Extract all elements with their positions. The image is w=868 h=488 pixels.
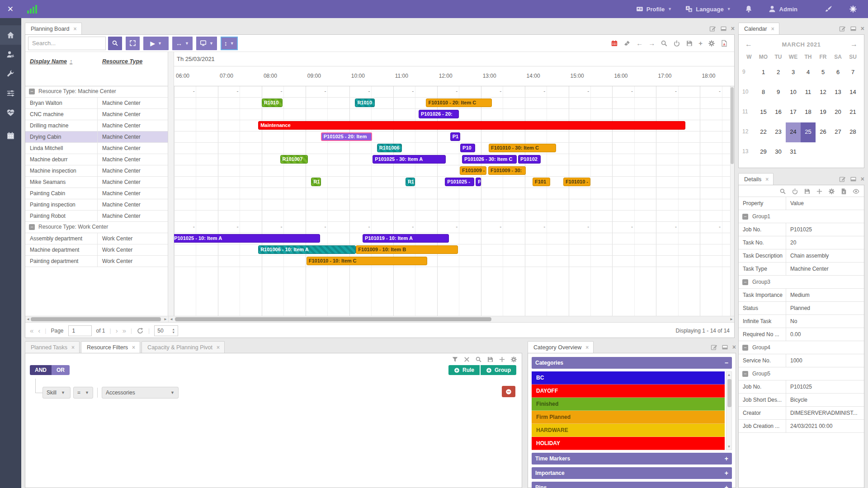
- task-bar[interactable]: R101007: [280, 155, 308, 164]
- gear-icon[interactable]: [510, 356, 517, 363]
- play-button[interactable]: ▶▼: [143, 37, 169, 50]
- value-column-header[interactable]: Value: [786, 197, 864, 210]
- sidebar-item-heart-pulse[interactable]: [0, 103, 21, 122]
- calendar-day[interactable]: 31: [786, 142, 801, 162]
- and-option[interactable]: AND: [30, 365, 52, 375]
- close-panel-icon[interactable]: ×: [861, 175, 864, 183]
- gantt-h-scrollbar[interactable]: ◄►: [168, 316, 734, 322]
- resource-row[interactable]: CNC machineMachine Center: [25, 109, 168, 120]
- floppy-icon[interactable]: [487, 356, 494, 363]
- group-row[interactable]: −Resource Type: Work Center: [25, 222, 168, 233]
- close-icon[interactable]: ×: [132, 344, 135, 351]
- power-icon[interactable]: [792, 188, 798, 195]
- power-icon[interactable]: [673, 40, 680, 47]
- close-icon[interactable]: ×: [217, 344, 220, 351]
- magnifier-icon[interactable]: [475, 356, 482, 363]
- task-bar[interactable]: R1010: [262, 99, 283, 107]
- calendar-day[interactable]: 13: [830, 83, 845, 103]
- calendar-day[interactable]: 4: [801, 63, 816, 83]
- maximize-panel-icon[interactable]: [850, 176, 857, 183]
- plus-icon[interactable]: [816, 188, 823, 195]
- first-page-icon[interactable]: «: [30, 327, 33, 334]
- gantt-vertical-scrollbar[interactable]: [730, 86, 734, 316]
- calendar-day[interactable]: 28: [845, 122, 860, 142]
- task-bar[interactable]: F101: [533, 178, 550, 186]
- calendar-day[interactable]: 15: [756, 103, 771, 122]
- prev-month-icon[interactable]: ←: [742, 40, 755, 48]
- last-page-icon[interactable]: »: [123, 327, 126, 334]
- task-bar[interactable]: F101010 - 20: Item C: [426, 99, 491, 107]
- task-bar[interactable]: P1: [450, 132, 460, 141]
- eye-icon[interactable]: [853, 188, 859, 195]
- splitter[interactable]: [168, 52, 174, 316]
- and-or-toggle[interactable]: AND OR: [30, 365, 70, 375]
- app-close-icon[interactable]: ×: [0, 3, 21, 15]
- column-header-resource-type[interactable]: Resource Type: [98, 52, 142, 86]
- expand-icon[interactable]: +: [725, 455, 728, 462]
- property-column-header[interactable]: Property: [739, 197, 786, 210]
- category-item[interactable]: HARDWARE: [532, 424, 725, 437]
- next-month-icon[interactable]: →: [848, 40, 860, 48]
- profile-menu[interactable]: Profile ▼: [636, 5, 672, 13]
- resource-row[interactable]: Machine inspectionMachine Center: [25, 165, 168, 177]
- calendar-day[interactable]: 2: [771, 63, 786, 83]
- arrow-left-icon[interactable]: ←: [636, 39, 643, 47]
- tab-resource-filters[interactable]: Resource Filters×: [81, 341, 140, 353]
- task-bar[interactable]: P101026 - 30: Item C: [462, 155, 517, 164]
- task-bar[interactable]: P101025 -: [445, 178, 474, 186]
- collapse-icon[interactable]: −: [742, 214, 748, 220]
- details-group-row[interactable]: −Group5: [739, 367, 864, 380]
- details-group-row[interactable]: −Group4: [739, 341, 864, 354]
- calendar-day[interactable]: 29: [756, 142, 771, 162]
- calendar-day[interactable]: 14: [845, 83, 860, 103]
- tab-category-overview[interactable]: Category Overview ×: [528, 341, 594, 353]
- calendar-day[interactable]: 24: [786, 122, 801, 142]
- category-item[interactable]: HOLIDAY: [532, 437, 725, 450]
- sidebar-item-wrench[interactable]: [0, 64, 21, 84]
- task-bar[interactable]: R101006: [377, 144, 402, 152]
- close-panel-icon[interactable]: ×: [732, 343, 736, 351]
- language-menu[interactable]: A★ Language ▼: [685, 5, 731, 13]
- add-group-button[interactable]: Group: [481, 365, 516, 375]
- task-bar[interactable]: P101019 - 10: Item A: [363, 234, 449, 243]
- step-up-icon[interactable]: ▲: [172, 328, 175, 331]
- calendar-day[interactable]: 21: [845, 103, 860, 122]
- calendar-day[interactable]: 8: [756, 83, 771, 103]
- maximize-panel-icon[interactable]: [850, 25, 857, 32]
- collapse-icon[interactable]: −: [725, 359, 728, 366]
- task-bar[interactable]: F101010 -: [563, 178, 590, 186]
- view-mode-button[interactable]: ▼: [196, 37, 217, 50]
- task-bar[interactable]: R1010: [355, 99, 375, 107]
- edit-panel-icon[interactable]: [839, 176, 846, 183]
- step-down-icon[interactable]: ▼: [172, 331, 175, 334]
- gear-icon[interactable]: [828, 188, 835, 195]
- calendar-day[interactable]: 26: [816, 122, 830, 142]
- add-rule-button[interactable]: Rule: [448, 365, 480, 375]
- resource-row[interactable]: Bryan WaltonMachine Center: [25, 98, 168, 109]
- calendar-day[interactable]: 22: [756, 122, 771, 142]
- magnifier-icon[interactable]: [779, 188, 786, 195]
- table-h-scrollbar[interactable]: ◄►: [25, 316, 168, 322]
- or-option[interactable]: OR: [52, 365, 70, 375]
- accordion-time-markers[interactable]: Time Markers+: [532, 453, 732, 465]
- calendar-day[interactable]: 1: [756, 63, 771, 83]
- calendar-day[interactable]: 25: [801, 122, 816, 142]
- category-item[interactable]: Firm Planned: [532, 411, 725, 424]
- task-bar[interactable]: P101025 - 20: Item: [321, 132, 372, 141]
- calendar-day[interactable]: 19: [816, 103, 830, 122]
- calendar-day[interactable]: 5: [816, 63, 830, 83]
- maximize-panel-icon[interactable]: [722, 344, 728, 351]
- sidebar-item-calendar[interactable]: [0, 126, 21, 145]
- resource-row[interactable]: Mike SeamansMachine Center: [25, 177, 168, 188]
- resource-row[interactable]: Drilling machineMachine Center: [25, 120, 168, 131]
- category-item[interactable]: DAYOFF: [532, 385, 725, 398]
- value-select[interactable]: Accessories▼: [102, 387, 179, 399]
- collapse-icon[interactable]: −: [742, 279, 748, 285]
- task-bar[interactable]: F101010 - 10: Item C: [307, 257, 428, 265]
- page-size-stepper[interactable]: 50 ▲▼: [154, 325, 178, 336]
- task-bar[interactable]: P10: [460, 144, 475, 152]
- collapse-icon[interactable]: −: [29, 224, 35, 230]
- export-pdf-icon[interactable]: A: [721, 40, 728, 47]
- calendar-day[interactable]: 9: [771, 83, 786, 103]
- task-bar[interactable]: R101006 - 10: Item A: [258, 245, 356, 254]
